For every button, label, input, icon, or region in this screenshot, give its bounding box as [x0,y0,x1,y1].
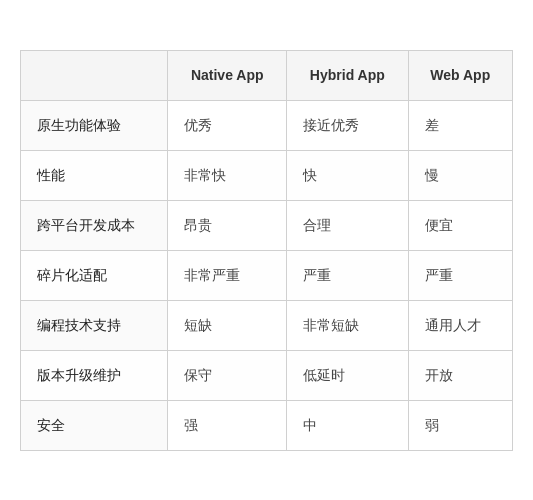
row-web-value: 通用人才 [408,300,513,350]
row-label: 碎片化适配 [21,250,168,300]
row-native-value: 保守 [168,350,287,400]
header-native-app: Native App [168,50,287,100]
row-label: 性能 [21,150,168,200]
row-hybrid-value: 合理 [287,200,408,250]
row-label: 版本升级维护 [21,350,168,400]
row-hybrid-value: 接近优秀 [287,100,408,150]
row-native-value: 非常严重 [168,250,287,300]
row-web-value: 开放 [408,350,513,400]
table-row: 安全强中弱 [21,400,513,450]
row-hybrid-value: 严重 [287,250,408,300]
row-web-value: 差 [408,100,513,150]
row-hybrid-value: 低延时 [287,350,408,400]
table-row: 编程技术支持短缺非常短缺通用人才 [21,300,513,350]
header-empty [21,50,168,100]
row-label: 跨平台开发成本 [21,200,168,250]
row-web-value: 慢 [408,150,513,200]
row-native-value: 非常快 [168,150,287,200]
comparison-table: Native App Hybrid App Web App 原生功能体验优秀接近… [20,50,513,451]
row-label: 安全 [21,400,168,450]
row-native-value: 昂贵 [168,200,287,250]
header-hybrid-app: Hybrid App [287,50,408,100]
row-native-value: 优秀 [168,100,287,150]
row-native-value: 强 [168,400,287,450]
row-web-value: 便宜 [408,200,513,250]
table-row: 碎片化适配非常严重严重严重 [21,250,513,300]
row-web-value: 严重 [408,250,513,300]
row-hybrid-value: 非常短缺 [287,300,408,350]
row-label: 编程技术支持 [21,300,168,350]
table-row: 版本升级维护保守低延时开放 [21,350,513,400]
row-hybrid-value: 中 [287,400,408,450]
row-label: 原生功能体验 [21,100,168,150]
table-row: 原生功能体验优秀接近优秀差 [21,100,513,150]
row-native-value: 短缺 [168,300,287,350]
table-row: 跨平台开发成本昂贵合理便宜 [21,200,513,250]
table-row: 性能非常快快慢 [21,150,513,200]
row-hybrid-value: 快 [287,150,408,200]
row-web-value: 弱 [408,400,513,450]
header-web-app: Web App [408,50,513,100]
